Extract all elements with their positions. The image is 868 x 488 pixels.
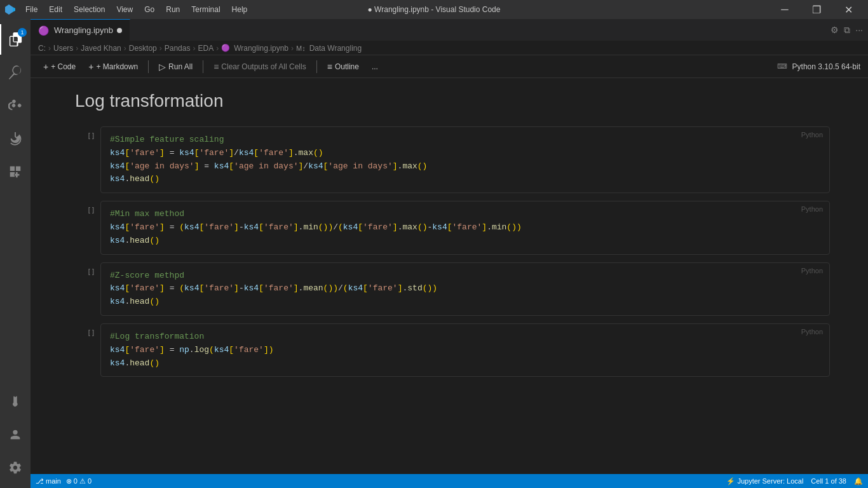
cell-2-body[interactable]: Python #Min max method ks4['fare'] = (ks…	[100, 201, 830, 254]
python-indicator-icon: ⌨	[777, 62, 787, 71]
status-jupyter[interactable]: ⚡ Jupyter Server: Local	[726, 477, 803, 485]
breadcrumb-c[interactable]: C:	[38, 44, 46, 53]
activity-source-control[interactable]	[0, 90, 31, 121]
breadcrumb: C: › Users › Javed Khan › Desktop › Pand…	[31, 41, 868, 55]
cell-1-bracket: [ ]	[88, 132, 94, 139]
toolbar-sep-2	[203, 60, 203, 73]
cell-1-line-3: ks4['age in days'] = ks4['age in days']/…	[110, 160, 820, 173]
menu-edit[interactable]: Edit	[44, 4, 67, 15]
jupyter-label: Jupyter Server: Local	[737, 477, 803, 485]
activity-search[interactable]	[0, 57, 31, 88]
tab-bar: 🟣 Wrangling.ipynb ⚙ ⧉ ···	[31, 19, 868, 41]
activity-account[interactable]	[0, 419, 31, 450]
menu-file[interactable]: File	[20, 4, 43, 15]
cell-1-line-2: ks4['fare'] = ks4['fare']/ks4['fare'].ma…	[110, 147, 820, 160]
more-button[interactable]: ...	[367, 60, 383, 73]
svg-marker-1	[13, 7, 15, 12]
cell-4-gutter: [ ]	[69, 323, 100, 377]
cell-4-line-3: ks4.head()	[110, 357, 820, 370]
notebook-heading: Log transformation	[69, 91, 830, 111]
clear-icon: ≡	[214, 62, 219, 72]
minimize-button[interactable]: ─	[770, 0, 799, 19]
code-cell-1: [ ] Python #Simple feature scaling ks4['…	[69, 126, 830, 193]
python-label[interactable]: Python 3.10.5 64-bit	[792, 62, 860, 71]
cell-4-bracket: [ ]	[88, 329, 94, 336]
branch-name: main	[46, 477, 61, 485]
breadcrumb-section-icon: M↕	[296, 44, 306, 52]
status-errors[interactable]: ⊗ 0 ⚠ 0	[66, 477, 92, 485]
error-icon: ⊗	[66, 477, 72, 485]
tab-filename: Wrangling.ipynb	[54, 25, 113, 35]
cell-2-bracket: [ ]	[88, 206, 94, 214]
tab-wrangling[interactable]: 🟣 Wrangling.ipynb	[31, 19, 130, 41]
restore-button[interactable]: ❐	[802, 0, 831, 19]
window-controls: ─ ❐ ✕	[770, 0, 863, 19]
breadcrumb-eda[interactable]: EDA	[198, 44, 214, 53]
activity-explorer[interactable]: 1	[0, 24, 31, 55]
tab-right-icons: ⚙ ⧉ ···	[825, 19, 868, 41]
menu-run[interactable]: Run	[161, 4, 185, 15]
run-all-label: Run All	[168, 62, 193, 71]
code-cell-4: [ ] Python #Log transformation ks4['fare…	[69, 323, 830, 377]
status-notifications[interactable]: 🔔	[854, 477, 863, 485]
menu-go[interactable]: Go	[139, 4, 159, 15]
status-bar: ⎇ main ⊗ 0 ⚠ 0 ⚡ Jupyter Server: Local C…	[31, 474, 868, 488]
cell-1-body[interactable]: Python #Simple feature scaling ks4['fare…	[100, 126, 830, 193]
cell-4-line-2: ks4['fare'] = np.log(ks4['fare'])	[110, 344, 820, 357]
cell-4-body[interactable]: Python #Log transformation ks4['fare'] =…	[100, 323, 830, 377]
breadcrumb-notebook-icon: 🟣	[221, 44, 230, 52]
breadcrumb-javed[interactable]: Javed Khan	[81, 44, 121, 53]
clear-outputs-button[interactable]: ≡ Clear Outputs of All Cells	[208, 60, 311, 74]
breadcrumb-pandas[interactable]: Pandas	[165, 44, 191, 53]
status-branch[interactable]: ⎇ main	[36, 477, 61, 485]
activity-bar: 1	[0, 19, 31, 488]
add-code-label: + Code	[51, 62, 76, 71]
menu-help[interactable]: Help	[227, 4, 253, 15]
split-editor-icon[interactable]: ⧉	[844, 25, 850, 36]
svg-marker-2	[5, 4, 13, 15]
plus-icon: +	[43, 62, 48, 72]
breadcrumb-file[interactable]: Wrangling.ipynb	[234, 44, 288, 53]
close-button[interactable]: ✕	[834, 0, 863, 19]
cell-3-line-3: ks4.head()	[110, 295, 820, 309]
toolbar-sep-3	[316, 60, 317, 73]
menu-selection[interactable]: Selection	[69, 4, 110, 15]
cell-2-lang: Python	[801, 205, 823, 213]
breadcrumb-users[interactable]: Users	[53, 44, 73, 53]
cell-3-body[interactable]: Python #Z-score methpd ks4['fare'] = (ks…	[100, 262, 830, 316]
cell-3-bracket: [ ]	[88, 268, 94, 275]
activity-run-debug[interactable]	[0, 123, 31, 154]
breadcrumb-desktop[interactable]: Desktop	[129, 44, 157, 53]
run-all-button[interactable]: ▷ Run All	[154, 60, 198, 74]
status-cell-info[interactable]: Cell 1 of 38	[811, 477, 846, 485]
cell-3-line-2: ks4['fare'] = (ks4['fare']-ks4['fare'].m…	[110, 282, 820, 295]
tab-modified-dot	[117, 28, 122, 33]
cell-2-line-1: #Min max method	[110, 208, 820, 221]
add-markdown-button[interactable]: + + Markdown	[83, 60, 143, 74]
cell-info-label: Cell 1 of 38	[811, 477, 846, 485]
add-code-button[interactable]: + + Code	[38, 60, 81, 74]
notebook-content[interactable]: Log transformation [ ] Python #Simple fe…	[31, 78, 868, 474]
menu-view[interactable]: View	[111, 4, 138, 15]
activity-bar-bottom	[0, 386, 31, 483]
outline-button[interactable]: ≡ Outline	[322, 60, 364, 74]
editor-area: 🟣 Wrangling.ipynb ⚙ ⧉ ··· C: › Users › J…	[31, 19, 868, 488]
activity-flask[interactable]	[0, 386, 31, 417]
cell-2-gutter: [ ]	[69, 201, 100, 254]
activity-settings[interactable]	[0, 452, 31, 483]
explorer-badge: 1	[18, 28, 27, 37]
menu-terminal[interactable]: Terminal	[186, 4, 225, 15]
breadcrumb-section[interactable]: Data Wrangling	[309, 44, 362, 53]
toolbar-right: ⌨ Python 3.10.5 64-bit	[777, 62, 860, 71]
activity-extensions[interactable]	[0, 156, 31, 187]
plus-markdown-icon: +	[88, 62, 93, 72]
notebook-toolbar: + + Code + + Markdown ▷ Run All ≡ Clear …	[31, 55, 868, 78]
status-right: ⚡ Jupyter Server: Local Cell 1 of 38 🔔	[726, 477, 863, 485]
more-icon[interactable]: ···	[855, 25, 863, 35]
run-all-icon: ▷	[159, 62, 166, 72]
clear-outputs-label: Clear Outputs of All Cells	[221, 62, 306, 71]
settings-icon[interactable]: ⚙	[831, 25, 839, 35]
toolbar-sep-1	[148, 60, 149, 73]
jupyter-icon: ⚡	[726, 477, 735, 485]
cell-1-line-4: ks4.head()	[110, 173, 820, 186]
